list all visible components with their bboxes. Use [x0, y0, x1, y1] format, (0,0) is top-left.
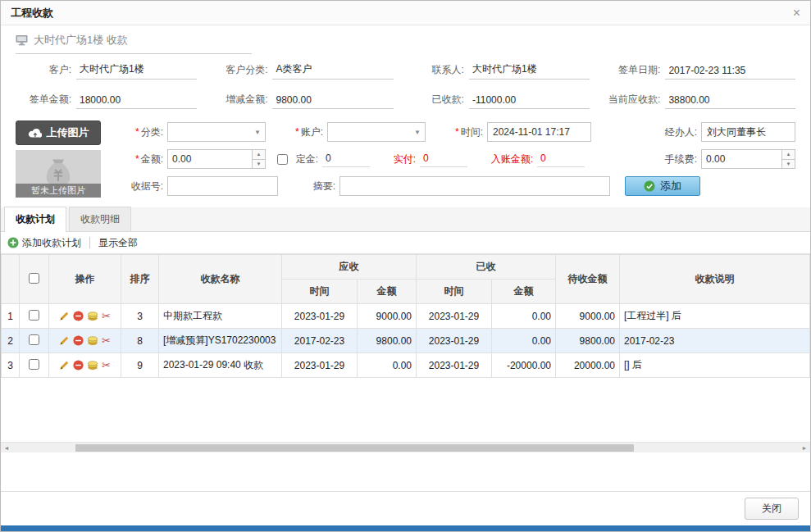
- field-fee: 手续费: ▲ ▼: [645, 149, 795, 169]
- cell-note: 2017-02-23: [620, 329, 810, 353]
- header-operation: 操作: [49, 255, 121, 304]
- row-number: 3: [2, 353, 20, 378]
- row-operations: ✂: [49, 329, 121, 353]
- header-plan-name: 收款名称: [159, 255, 282, 304]
- payment-icon[interactable]: [87, 335, 98, 346]
- delete-icon[interactable]: [73, 335, 84, 346]
- required-marker: *: [295, 126, 299, 138]
- cell-received-time: 2023-01-29: [417, 353, 492, 378]
- paid-label: 实付:: [381, 152, 416, 166]
- edit-icon[interactable]: [59, 360, 70, 371]
- cell-receivable-amount: 9000.00: [358, 304, 417, 329]
- header-pending-amount: 待收金额: [556, 255, 620, 304]
- delete-icon[interactable]: [73, 360, 84, 371]
- table-row: 2 ✂ 8 [增减预算]YS1702230003 201: [2, 329, 810, 353]
- info-value: 18000.00: [76, 94, 197, 109]
- scrollbar-track[interactable]: [12, 443, 799, 452]
- image-placeholder: 暂未上传图片: [16, 150, 101, 198]
- bottom-accent-bar: [1, 525, 810, 531]
- row-checkbox[interactable]: [29, 310, 39, 321]
- field-paid: 实付: 0: [381, 151, 467, 167]
- account-label: *账户:: [277, 125, 323, 139]
- amount-spinner: ▲ ▼: [252, 150, 265, 168]
- deposit-checkbox[interactable]: [277, 154, 288, 165]
- close-button[interactable]: 关闭: [745, 498, 799, 520]
- deposit-value: 0: [322, 151, 370, 167]
- time-label: *时间:: [437, 125, 483, 139]
- row-checkbox[interactable]: [29, 359, 39, 370]
- info-value: 大时代广场1楼: [76, 62, 197, 80]
- fee-input[interactable]: [702, 150, 781, 168]
- field-account: *账户: ▼: [277, 122, 426, 142]
- upload-image-button[interactable]: 上传图片: [16, 120, 101, 145]
- add-payment-button[interactable]: 添加: [625, 176, 700, 196]
- fee-stepper: ▲ ▼: [701, 149, 795, 169]
- show-all-button[interactable]: 显示全部: [98, 236, 138, 250]
- info-label: 联系人:: [408, 63, 464, 80]
- receipt-input[interactable]: [167, 176, 278, 196]
- row-number: 2: [2, 329, 20, 353]
- delete-icon[interactable]: [73, 311, 84, 321]
- form-fields: *分类: ▼ *账户: ▼ *时间:: [114, 120, 795, 198]
- select-all-checkbox[interactable]: [29, 273, 39, 284]
- summary-input[interactable]: [339, 176, 610, 196]
- tab-payment-plan[interactable]: 收款计划: [4, 207, 66, 232]
- add-payment-label: 添加: [660, 179, 681, 193]
- upload-placeholder-text: 暂未上传图片: [16, 184, 101, 198]
- info-received: 已收款: -11000.00: [408, 93, 590, 109]
- cell-received-amount: 0.00: [492, 304, 556, 329]
- spin-down-icon[interactable]: ▼: [782, 160, 795, 169]
- tab-payment-detail[interactable]: 收款明细: [69, 207, 131, 231]
- row-select-cell: [20, 353, 49, 378]
- payment-icon[interactable]: [87, 360, 98, 371]
- cell-receivable-amount: 9800.00: [358, 329, 417, 353]
- amount-input[interactable]: [168, 150, 252, 168]
- scroll-left-icon[interactable]: ◄: [1, 445, 12, 451]
- spin-up-icon[interactable]: ▲: [782, 150, 795, 160]
- cell-plan-name: [增减预算]YS1702230003: [159, 329, 282, 353]
- cell-sort: 9: [121, 353, 159, 378]
- add-plan-button[interactable]: 添加收款计划: [7, 236, 81, 250]
- payment-form: 上传图片 暂未上传图片 *分类:: [1, 114, 810, 206]
- cell-received-amount: -20000.00: [492, 353, 556, 378]
- scrollbar-thumb[interactable]: [75, 444, 634, 452]
- info-customer-category: 客户分类: A类客户: [212, 62, 393, 80]
- cell-sort: 8: [121, 329, 159, 353]
- dialog-titlebar: 工程收款 ×: [1, 1, 810, 25]
- account-select[interactable]: ▼: [327, 122, 426, 142]
- info-label: 已收款:: [408, 93, 464, 109]
- horizontal-scrollbar[interactable]: ◄ ►: [1, 442, 810, 452]
- scroll-right-icon[interactable]: ►: [799, 445, 810, 451]
- fee-spinner: ▲ ▼: [781, 150, 795, 168]
- field-amount: *金额: ▲ ▼: [114, 149, 266, 169]
- scissors-icon[interactable]: ✂: [102, 311, 111, 321]
- spin-up-icon[interactable]: ▲: [253, 150, 265, 160]
- form-row-1: *分类: ▼ *账户: ▼ *时间:: [114, 122, 795, 142]
- amount-label: *金额:: [114, 152, 163, 166]
- close-icon[interactable]: ×: [793, 7, 800, 20]
- info-adjust-amount: 增减金额: 9800.00: [212, 93, 393, 109]
- required-marker: *: [455, 126, 459, 138]
- header-receivable-amount: 金额: [358, 280, 417, 304]
- amount-stepper: ▲ ▼: [167, 149, 266, 169]
- cell-sort: 3: [121, 304, 159, 329]
- scissors-icon[interactable]: ✂: [102, 335, 111, 346]
- scissors-icon[interactable]: ✂: [102, 360, 111, 371]
- cell-pending-amount: 20000.00: [556, 353, 620, 378]
- credited-value: 0: [537, 151, 585, 167]
- header-receivable-time: 时间: [282, 280, 358, 304]
- edit-icon[interactable]: [59, 311, 70, 321]
- handler-input[interactable]: [701, 122, 795, 142]
- header-sort: 排序: [121, 255, 159, 304]
- field-summary: 摘要:: [289, 176, 610, 196]
- category-select[interactable]: ▼: [167, 122, 266, 142]
- time-input[interactable]: [487, 122, 591, 142]
- edit-icon[interactable]: [59, 335, 70, 346]
- spin-down-icon[interactable]: ▼: [253, 160, 265, 169]
- cell-received-time: 2023-01-29: [417, 329, 492, 353]
- payment-icon[interactable]: [87, 311, 98, 321]
- field-category: *分类: ▼: [114, 122, 266, 142]
- deposit-label: 定金:: [290, 152, 318, 166]
- cell-note: [工程过半] 后: [620, 304, 810, 329]
- row-checkbox[interactable]: [29, 334, 39, 345]
